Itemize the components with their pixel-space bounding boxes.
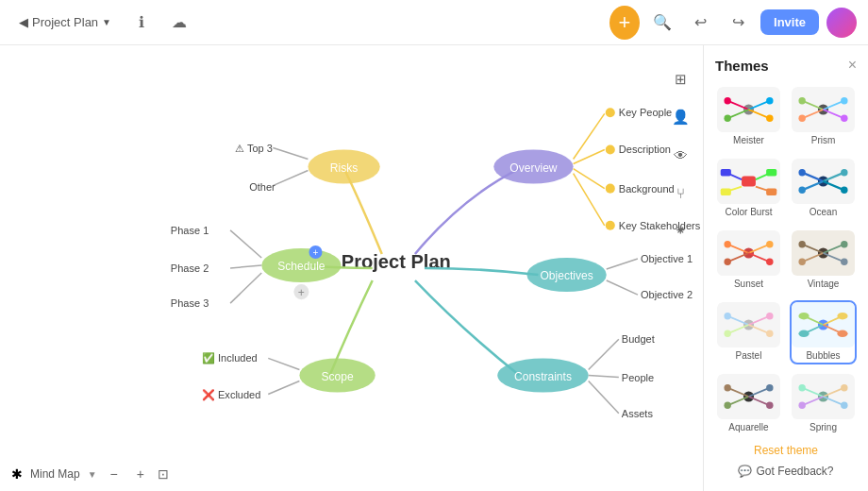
info-button[interactable]: ℹ bbox=[126, 8, 157, 38]
svg-point-59 bbox=[766, 115, 773, 122]
top-bar: ◀ Project Plan ▼ ℹ ☁ + 🔍 ↩ ↪ Invite bbox=[0, 0, 868, 45]
theme-prism-label: Prism bbox=[792, 135, 855, 147]
svg-point-8 bbox=[606, 184, 615, 194]
svg-rect-75 bbox=[766, 169, 776, 176]
theme-meister[interactable]: Meister bbox=[715, 85, 782, 149]
back-button[interactable]: ◀ Project Plan ▼ bbox=[11, 11, 119, 33]
svg-text:Other: Other bbox=[249, 181, 275, 193]
theme-color-burst-label: Color Burst bbox=[717, 207, 780, 219]
svg-point-85 bbox=[798, 187, 805, 194]
svg-point-110 bbox=[724, 313, 730, 319]
feedback-label: Got Feedback? bbox=[756, 465, 833, 478]
undo-button[interactable]: ↩ bbox=[685, 8, 715, 38]
eye-button[interactable]: 👁 bbox=[665, 140, 695, 170]
svg-text:+: + bbox=[313, 247, 319, 258]
svg-point-57 bbox=[766, 97, 773, 104]
svg-point-68 bbox=[841, 115, 847, 122]
avatar[interactable] bbox=[826, 8, 857, 38]
theme-ocean[interactable]: Ocean bbox=[790, 157, 857, 221]
share-button[interactable]: ⑂ bbox=[665, 178, 695, 208]
theme-ocean-label: Ocean bbox=[792, 207, 855, 219]
theme-prism[interactable]: Prism bbox=[790, 85, 857, 149]
svg-text:✅ Included: ✅ Included bbox=[202, 351, 258, 364]
back-icon: ◀ bbox=[19, 15, 28, 29]
svg-point-101 bbox=[798, 241, 805, 247]
invite-button[interactable]: Invite bbox=[760, 9, 819, 35]
theme-color-burst[interactable]: Color Burst bbox=[715, 157, 782, 221]
dropdown-icon: ▼ bbox=[102, 17, 111, 27]
svg-point-111 bbox=[766, 313, 773, 319]
zoom-out-button[interactable]: − bbox=[105, 465, 124, 483]
svg-line-39 bbox=[230, 265, 261, 268]
svg-point-93 bbox=[766, 241, 773, 247]
mindmap-label[interactable]: Mind Map bbox=[30, 467, 80, 481]
side-icons: ⊞ 👤 👁 ⑂ ⁕ bbox=[658, 57, 703, 253]
svg-text:Phase 1: Phase 1 bbox=[171, 225, 209, 236]
svg-line-47 bbox=[273, 147, 308, 159]
zoom-in-button[interactable]: + bbox=[131, 465, 150, 483]
theme-bubbles[interactable]: Bubbles bbox=[790, 300, 857, 364]
svg-point-83 bbox=[798, 169, 805, 176]
search-button[interactable]: 🔍 bbox=[647, 8, 677, 38]
svg-point-137 bbox=[798, 384, 805, 391]
theme-sunset[interactable]: Sunset bbox=[715, 229, 782, 293]
fit-button[interactable]: ⊡ bbox=[158, 466, 169, 482]
svg-text:❌ Excluded: ❌ Excluded bbox=[202, 388, 260, 401]
theme-vintage-label: Vintage bbox=[792, 279, 855, 291]
svg-text:Objective 1: Objective 1 bbox=[641, 253, 693, 264]
svg-point-140 bbox=[841, 402, 847, 409]
feedback-bar[interactable]: 💬 Got Feedback? bbox=[715, 465, 857, 478]
theme-aquarelle-label: Aquarelle bbox=[717, 422, 780, 434]
add-circle-button[interactable]: + bbox=[609, 8, 640, 38]
svg-line-31 bbox=[268, 381, 299, 395]
svg-point-94 bbox=[724, 259, 730, 265]
svg-point-138 bbox=[841, 384, 847, 391]
svg-line-10 bbox=[574, 174, 605, 226]
svg-line-23 bbox=[589, 375, 619, 377]
mindmap-icon: ✱ bbox=[11, 466, 23, 482]
svg-line-21 bbox=[589, 339, 619, 369]
close-themes-button[interactable]: × bbox=[848, 57, 857, 74]
svg-point-121 bbox=[798, 330, 809, 337]
overview-node-label: Overview bbox=[509, 161, 558, 175]
svg-point-119 bbox=[798, 313, 809, 319]
theme-meister-label: Meister bbox=[717, 135, 780, 147]
svg-point-103 bbox=[798, 259, 805, 265]
themes-panel: Themes × Meister bbox=[703, 45, 868, 491]
svg-point-113 bbox=[766, 330, 773, 337]
themes-header: Themes × bbox=[715, 57, 857, 74]
cloud-button[interactable]: ☁ bbox=[164, 8, 194, 38]
svg-rect-76 bbox=[721, 188, 731, 195]
svg-point-120 bbox=[837, 313, 847, 319]
svg-point-131 bbox=[766, 402, 773, 409]
themes-title: Themes bbox=[715, 58, 769, 74]
theme-spring[interactable]: Spring bbox=[790, 372, 857, 436]
theme-vintage[interactable]: Vintage bbox=[790, 229, 857, 293]
dots-button[interactable]: ⁕ bbox=[665, 215, 695, 246]
svg-rect-69 bbox=[742, 176, 756, 186]
grid-button[interactable]: ⊞ bbox=[665, 64, 695, 94]
theme-pastel-label: Pastel bbox=[717, 350, 780, 363]
svg-point-11 bbox=[606, 221, 615, 230]
svg-line-7 bbox=[574, 169, 605, 189]
svg-point-112 bbox=[724, 330, 730, 337]
svg-text:Phase 2: Phase 2 bbox=[171, 262, 209, 274]
redo-button[interactable]: ↪ bbox=[723, 8, 753, 38]
svg-point-84 bbox=[841, 169, 847, 176]
svg-line-37 bbox=[230, 230, 261, 258]
svg-point-139 bbox=[798, 402, 805, 409]
svg-text:Assets: Assets bbox=[622, 408, 654, 419]
svg-point-2 bbox=[606, 108, 615, 117]
svg-text:People: People bbox=[622, 372, 654, 383]
reset-theme-button[interactable]: Reset theme bbox=[715, 444, 857, 457]
svg-point-129 bbox=[766, 384, 773, 391]
svg-point-58 bbox=[724, 115, 730, 122]
theme-pastel[interactable]: Pastel bbox=[715, 300, 782, 364]
theme-aquarelle[interactable]: Aquarelle bbox=[715, 372, 782, 436]
svg-point-102 bbox=[841, 241, 847, 247]
person-button[interactable]: 👤 bbox=[665, 102, 695, 132]
theme-bubbles-label: Bubbles bbox=[792, 350, 855, 363]
add-icon[interactable]: + bbox=[609, 6, 640, 40]
svg-text:Scope: Scope bbox=[321, 370, 353, 383]
theme-sunset-label: Sunset bbox=[717, 279, 780, 291]
